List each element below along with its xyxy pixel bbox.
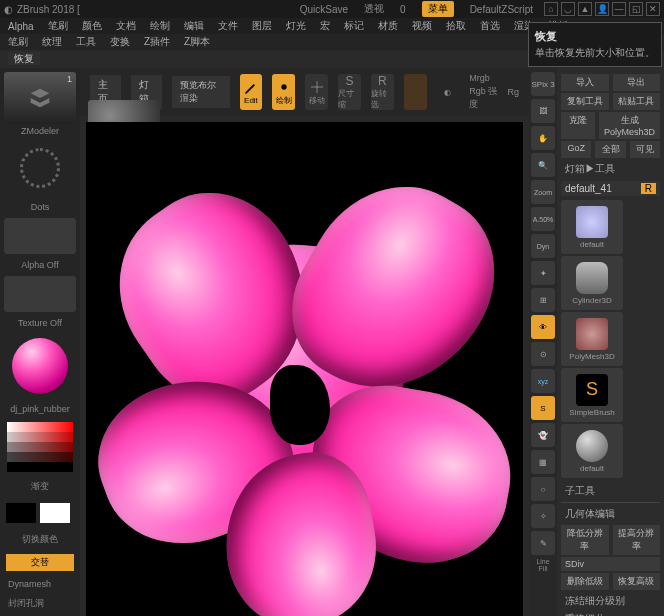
restore-tab[interactable]: 恢复 (8, 52, 40, 65)
del-higher-button[interactable]: 恢复高级 (613, 573, 660, 590)
menu-alpha[interactable]: Alpha (8, 21, 34, 32)
closeholes-label[interactable]: 封闭孔洞 (4, 595, 76, 612)
menu-button[interactable]: 菜单 (422, 1, 454, 17)
menu-light[interactable]: 灯光 (286, 19, 306, 33)
tool-cylinder3d[interactable]: Cylinder3D (561, 256, 623, 310)
dynamic-icon[interactable]: Dyn (531, 234, 555, 258)
texture-swatch[interactable] (4, 276, 76, 312)
menu-material[interactable]: 材质 (378, 19, 398, 33)
hand-icon[interactable]: ✋ (531, 126, 555, 150)
persp-icon[interactable]: 👁 (531, 315, 555, 339)
zbrush-logo-icon: ◐ (4, 4, 13, 15)
restore-icon[interactable]: ◱ (629, 2, 643, 16)
goz-all-button[interactable]: 全部 (595, 141, 625, 158)
viewport[interactable] (86, 122, 523, 616)
submenu-brush[interactable]: 笔刷 (8, 35, 28, 49)
menu-movie[interactable]: 视频 (412, 19, 432, 33)
menu-layer[interactable]: 图层 (252, 19, 272, 33)
default-zscript[interactable]: DefaultZScript (470, 4, 533, 15)
actual-size-icon[interactable]: A.50% (531, 207, 555, 231)
lower-res-button[interactable]: 降低分辨率 (561, 525, 608, 555)
mrgb-label[interactable]: Mrgb (469, 73, 497, 83)
sphere-icon[interactable]: ◐ (437, 74, 460, 110)
perspective-label[interactable]: 透视 (364, 2, 384, 16)
geometry-header[interactable]: 几何体编辑 (561, 505, 660, 523)
del-lower-button[interactable]: 删除低级 (561, 573, 608, 590)
perspective-value: 0 (400, 4, 406, 15)
ghost-icon[interactable]: 👻 (531, 423, 555, 447)
reconstruct-subdiv[interactable]: 重建细分 (561, 610, 660, 616)
dynamesh-label[interactable]: Dynamesh (4, 577, 76, 591)
menu-document[interactable]: 文档 (116, 19, 136, 33)
house-icon[interactable]: ⌂ (544, 2, 558, 16)
color-picker[interactable] (7, 422, 73, 472)
r-badge[interactable]: R (641, 183, 656, 194)
swatch-white[interactable] (40, 503, 70, 523)
xyz-icon[interactable]: xyz (531, 369, 555, 393)
freeze-subdiv[interactable]: 冻结细分级别 (561, 592, 660, 610)
tab-preview[interactable]: 预览布尔渲染 (172, 76, 229, 108)
clone-button[interactable]: 克隆 (561, 112, 595, 139)
local-sym-icon[interactable]: ⊙ (531, 342, 555, 366)
menu-edit[interactable]: 编辑 (184, 19, 204, 33)
lightbox-tools[interactable]: 灯箱▶工具 (561, 160, 660, 178)
user-icon[interactable]: 👤 (595, 2, 609, 16)
tool-default-sphere[interactable]: default (561, 424, 623, 478)
menu-draw[interactable]: 绘制 (150, 19, 170, 33)
menu-file[interactable]: 文件 (218, 19, 238, 33)
spotlight-icon[interactable]: ✦ (531, 261, 555, 285)
polyframe-icon[interactable]: ▦ (531, 450, 555, 474)
submenu-zscript[interactable]: Z脚本 (184, 35, 210, 49)
paste-tool-button[interactable]: 粘贴工具 (613, 93, 660, 110)
quicksave-button[interactable]: QuickSave (300, 4, 348, 15)
solo-icon[interactable]: S (531, 396, 555, 420)
copy-tool-button[interactable]: 复制工具 (561, 93, 608, 110)
export-button[interactable]: 导出 (613, 74, 660, 91)
tool-simplebrush[interactable]: SSimpleBrush (561, 368, 623, 422)
cross-button[interactable]: 交替 (6, 554, 74, 571)
goz-button[interactable]: GoZ (561, 141, 591, 158)
snap-icon[interactable]: ✧ (531, 504, 555, 528)
subtool-header[interactable]: 子工具 (561, 482, 660, 500)
submenu-zplugin[interactable]: Z插件 (144, 35, 170, 49)
menu-marker[interactable]: 标记 (344, 19, 364, 33)
gizmo-button[interactable] (404, 74, 427, 110)
import-button[interactable]: 导入 (561, 74, 608, 91)
swatch-black[interactable] (6, 503, 36, 523)
submenu-texture[interactable]: 纹理 (42, 35, 62, 49)
floor-grid-icon[interactable]: ⊞ (531, 288, 555, 312)
submenu-tool[interactable]: 工具 (76, 35, 96, 49)
menu-color[interactable]: 颜色 (82, 19, 102, 33)
submenu-transform[interactable]: 变换 (110, 35, 130, 49)
zoom-icon[interactable]: 🔍 (531, 153, 555, 177)
draw-mode-button[interactable]: 绘制 (272, 74, 295, 110)
material-preview[interactable] (12, 338, 68, 394)
tool-default-flower[interactable]: default (561, 200, 623, 254)
edit-tool-icon[interactable]: ✎ (531, 531, 555, 555)
minimize-icon[interactable]: — (612, 2, 626, 16)
up-icon[interactable]: ▲ (578, 2, 592, 16)
edit-mode-button[interactable]: Edit (240, 74, 263, 110)
rotate-mode-button[interactable]: R旋转选 (371, 74, 394, 110)
zoom3d-icon[interactable]: Zoom (531, 180, 555, 204)
menu-macro[interactable]: 宏 (320, 19, 330, 33)
tool-polymesh3d[interactable]: PolyMesh3D (561, 312, 623, 366)
spix-label[interactable]: SPix 3 (531, 72, 555, 96)
menu-prefs[interactable]: 首选 (480, 19, 500, 33)
close-icon[interactable]: ✕ (646, 2, 660, 16)
higher-res-button[interactable]: 提高分辨率 (613, 525, 660, 555)
rg-label[interactable]: Rg (508, 87, 520, 97)
scale-mode-button[interactable]: S尺寸缩 (338, 74, 361, 110)
menu-brush[interactable]: 笔刷 (48, 19, 68, 33)
transparent-icon[interactable]: ○ (531, 477, 555, 501)
sdiv-slider[interactable]: SDiv (561, 557, 660, 571)
rgb-intensity-label[interactable]: Rgb 强度 (469, 85, 497, 111)
make-polymesh3d-button[interactable]: 生成 PolyMesh3D (599, 112, 660, 139)
goz-visible-button[interactable]: 可见 (630, 141, 660, 158)
menu-picker[interactable]: 拾取 (446, 19, 466, 33)
move-mode-button[interactable]: 移动 (305, 74, 328, 110)
alpha-swatch[interactable] (4, 218, 76, 254)
bpr-icon[interactable]: 🖼 (531, 99, 555, 123)
wifi-icon[interactable]: ◡ (561, 2, 575, 16)
zmodeler-thumb[interactable]: 1 (4, 72, 76, 124)
